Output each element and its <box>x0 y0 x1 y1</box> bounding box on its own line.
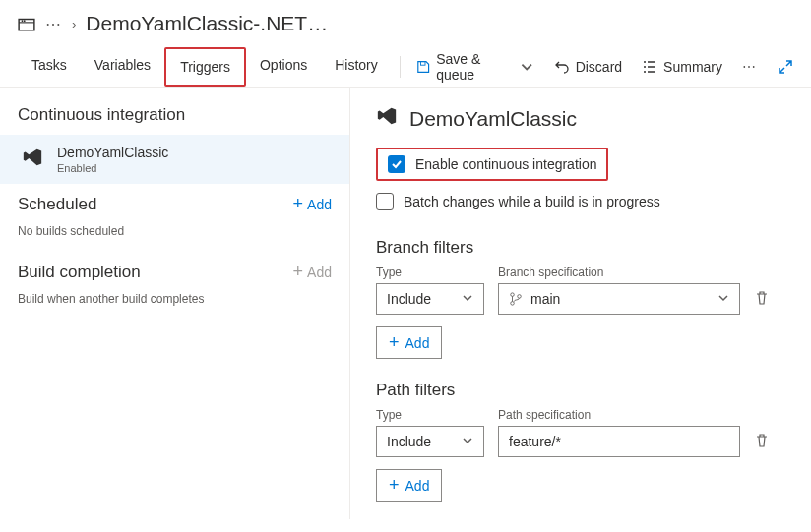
scheduled-add-button[interactable]: +Add <box>293 194 332 214</box>
branch-spec-select[interactable]: main <box>498 283 740 315</box>
enable-ci-row[interactable]: Enable continuous integration <box>376 148 608 181</box>
enable-ci-label: Enable continuous integration <box>415 156 596 172</box>
branch-filters-heading: Branch filters <box>376 238 785 258</box>
path-delete-button[interactable] <box>754 427 770 457</box>
path-filters-heading: Path filters <box>376 381 785 400</box>
batch-changes-label: Batch changes while a build is in progre… <box>404 194 660 209</box>
page-title: DemoYamlClassic-.NET… <box>86 12 328 35</box>
chevron-down-icon <box>462 434 473 449</box>
tab-triggers[interactable]: Triggers <box>164 47 246 87</box>
save-icon <box>416 59 430 75</box>
branch-spec-label: Branch specification <box>498 266 740 279</box>
ci-section-heading: Continuous integration <box>18 105 332 125</box>
build-completion-add-button: +Add <box>293 262 332 282</box>
more-actions-button[interactable]: ⋯ <box>742 59 758 75</box>
tab-options[interactable]: Options <box>246 47 321 87</box>
chevron-down-icon <box>717 291 729 307</box>
overflow-icon[interactable]: ⋯ <box>45 15 62 33</box>
breadcrumb: ⋯ › DemoYamlClassic-.NET… <box>0 0 811 47</box>
scheduled-note: No builds scheduled <box>18 224 332 238</box>
panel-title: DemoYamlClassic <box>409 107 577 131</box>
path-type-select[interactable]: Include <box>376 426 484 457</box>
fullscreen-button[interactable] <box>778 59 793 75</box>
path-spec-label: Path specification <box>498 408 740 422</box>
branch-delete-button[interactable] <box>754 284 770 315</box>
chevron-down-icon <box>462 291 473 307</box>
visual-studio-icon <box>376 105 398 132</box>
scheduled-section-heading: Scheduled <box>18 195 96 214</box>
discard-button[interactable]: Discard <box>554 59 622 75</box>
tab-bar: Tasks Variables Triggers Options History <box>18 47 392 87</box>
chevron-down-icon <box>520 59 533 75</box>
right-panel: DemoYamlClassic Enable continuous integr… <box>349 88 811 519</box>
tab-history[interactable]: History <box>321 47 392 87</box>
path-spec-input[interactable] <box>498 426 740 457</box>
summary-button[interactable]: Summary <box>642 59 722 75</box>
branch-type-select[interactable]: Include <box>376 283 484 315</box>
save-queue-label: Save & queue <box>436 51 514 83</box>
repo-name: DemoYamlClassic <box>57 145 168 160</box>
tabs-toolbar-row: Tasks Variables Triggers Options History… <box>0 47 811 88</box>
batch-changes-checkbox[interactable] <box>376 193 394 210</box>
chevron-right-icon: › <box>72 17 76 31</box>
build-completion-note: Build when another build completes <box>18 292 332 306</box>
toolbar: Save & queue Discard Summary ⋯ <box>416 51 793 83</box>
build-completion-heading: Build completion <box>18 263 141 282</box>
enable-ci-checkbox[interactable] <box>388 155 406 173</box>
path-type-label: Type <box>376 408 484 422</box>
tab-tasks[interactable]: Tasks <box>18 47 81 87</box>
summary-label: Summary <box>663 59 722 75</box>
ci-repo-item[interactable]: DemoYamlClassic Enabled <box>0 135 349 184</box>
pipeline-icon <box>18 15 35 32</box>
left-panel: Continuous integration DemoYamlClassic E… <box>0 88 349 519</box>
svg-point-6 <box>518 295 522 299</box>
visual-studio-icon <box>22 147 43 171</box>
save-queue-button[interactable]: Save & queue <box>416 51 534 83</box>
undo-icon <box>554 59 570 75</box>
svg-point-5 <box>511 302 515 306</box>
tab-variables[interactable]: Variables <box>81 47 164 87</box>
svg-point-1 <box>22 20 24 22</box>
list-icon <box>642 59 657 75</box>
batch-changes-row[interactable]: Batch changes while a build is in progre… <box>376 187 785 216</box>
branch-icon <box>509 292 523 306</box>
path-add-button[interactable]: +Add <box>376 469 442 502</box>
repo-status: Enabled <box>57 162 168 174</box>
svg-point-2 <box>24 20 26 22</box>
discard-label: Discard <box>576 59 622 75</box>
branch-type-label: Type <box>376 266 484 279</box>
svg-rect-0 <box>19 20 34 30</box>
branch-add-button[interactable]: +Add <box>376 326 442 359</box>
svg-point-4 <box>511 293 515 297</box>
